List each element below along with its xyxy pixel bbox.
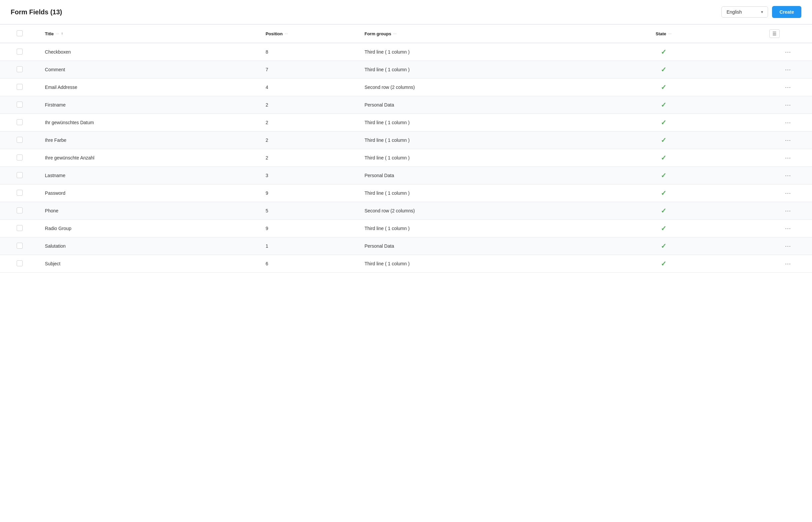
row-position: 1 (260, 237, 359, 255)
row-state: ✓ (603, 96, 725, 114)
table-row: Phone5Second row (2 columns)✓··· (0, 202, 812, 220)
state-checkmark: ✓ (661, 119, 667, 126)
row-checkbox-cell (0, 79, 40, 96)
position-col-dots[interactable]: ··· (285, 31, 288, 36)
row-checkbox[interactable] (17, 66, 23, 72)
row-checkbox[interactable] (17, 102, 23, 107)
row-state: ✓ (603, 237, 725, 255)
table-row: Password9Third line ( 1 column )✓··· (0, 184, 812, 202)
row-checkbox[interactable] (17, 84, 23, 90)
header-state-col: State ··· (603, 25, 725, 43)
row-checkbox[interactable] (17, 243, 23, 249)
table-row: Ihr gewünschtes Datum2Third line ( 1 col… (0, 114, 812, 132)
row-checkbox-cell (0, 184, 40, 202)
row-checkbox[interactable] (17, 260, 23, 266)
row-empty-cell (725, 132, 764, 149)
row-formgroups: Third line ( 1 column ) (359, 220, 602, 237)
row-position: 7 (260, 61, 359, 79)
row-empty-cell (725, 79, 764, 96)
row-checkbox[interactable] (17, 190, 23, 196)
row-state: ✓ (603, 255, 725, 273)
row-title: Ihr gewünschtes Datum (40, 114, 260, 132)
header-formgroups-col: Form groups ··· (359, 25, 602, 43)
row-checkbox[interactable] (17, 48, 23, 55)
state-col-label: State (655, 31, 666, 36)
row-formgroups: Third line ( 1 column ) (359, 184, 602, 202)
row-actions-menu[interactable]: ··· (785, 243, 791, 249)
row-state: ✓ (603, 79, 725, 96)
row-formgroups: Third line ( 1 column ) (359, 43, 602, 61)
table-row: Radio Group9Third line ( 1 column )✓··· (0, 220, 812, 237)
row-actions-menu[interactable]: ··· (785, 66, 791, 73)
row-state: ✓ (603, 132, 725, 149)
row-checkbox[interactable] (17, 119, 23, 125)
row-actions-menu[interactable]: ··· (785, 155, 791, 161)
row-title: Subject (40, 255, 260, 273)
header-title-col: Title ··· ↑ (40, 25, 260, 43)
state-checkmark: ✓ (661, 101, 667, 108)
row-actions-menu[interactable]: ··· (785, 119, 791, 126)
table-row: Ihre gewünschte Anzahl2Third line ( 1 co… (0, 149, 812, 167)
row-actions-cell: ··· (764, 79, 812, 96)
row-actions-menu[interactable]: ··· (785, 48, 791, 55)
row-actions-cell: ··· (764, 149, 812, 167)
header-checkbox-cell (0, 25, 40, 43)
state-checkmark: ✓ (661, 172, 667, 179)
row-actions-menu[interactable]: ··· (785, 137, 791, 143)
title-col-dots[interactable]: ··· (56, 31, 59, 36)
row-actions-cell: ··· (764, 43, 812, 61)
table-header-row: Title ··· ↑ Position ··· Form groups ··· (0, 25, 812, 43)
row-checkbox[interactable] (17, 207, 23, 214)
create-button[interactable]: Create (772, 6, 801, 18)
row-checkbox[interactable] (17, 225, 23, 231)
row-actions-menu[interactable]: ··· (785, 172, 791, 179)
row-checkbox-cell (0, 202, 40, 220)
row-formgroups: Personal Data (359, 237, 602, 255)
state-col-dots[interactable]: ··· (668, 31, 671, 36)
row-empty-cell (725, 167, 764, 184)
row-position: 5 (260, 202, 359, 220)
row-state: ✓ (603, 220, 725, 237)
row-position: 2 (260, 96, 359, 114)
row-formgroups: Personal Data (359, 96, 602, 114)
row-actions-cell: ··· (764, 61, 812, 79)
row-actions-menu[interactable]: ··· (785, 260, 791, 267)
row-actions-menu[interactable]: ··· (785, 102, 791, 108)
formgroups-col-dots[interactable]: ··· (393, 31, 397, 36)
row-checkbox-cell (0, 61, 40, 79)
row-checkbox-cell (0, 237, 40, 255)
row-state: ✓ (603, 43, 725, 61)
row-title: Salutation (40, 237, 260, 255)
row-actions-menu[interactable]: ··· (785, 225, 791, 232)
state-checkmark: ✓ (661, 66, 667, 73)
select-all-checkbox[interactable] (17, 30, 23, 36)
column-settings-button[interactable]: ☰ (769, 29, 780, 38)
row-state: ✓ (603, 184, 725, 202)
row-empty-cell (725, 43, 764, 61)
row-empty-cell (725, 202, 764, 220)
row-empty-cell (725, 220, 764, 237)
row-checkbox[interactable] (17, 137, 23, 143)
language-dropdown[interactable]: English ▾ (721, 6, 768, 18)
row-actions-menu[interactable]: ··· (785, 84, 791, 91)
formgroups-col-label: Form groups (364, 31, 391, 36)
row-actions-cell: ··· (764, 96, 812, 114)
row-checkbox-cell (0, 167, 40, 184)
state-checkmark: ✓ (661, 260, 667, 267)
title-sort-icon[interactable]: ↑ (61, 31, 63, 36)
row-checkbox[interactable] (17, 172, 23, 178)
title-col-label: Title (45, 31, 54, 36)
state-checkmark: ✓ (661, 242, 667, 250)
row-checkbox[interactable] (17, 155, 23, 160)
state-checkmark: ✓ (661, 154, 667, 161)
row-title: Checkboxen (40, 43, 260, 61)
row-actions-cell: ··· (764, 132, 812, 149)
row-checkbox-cell (0, 255, 40, 273)
row-checkbox-cell (0, 149, 40, 167)
row-position: 4 (260, 79, 359, 96)
row-actions-menu[interactable]: ··· (785, 190, 791, 196)
row-actions-menu[interactable]: ··· (785, 207, 791, 214)
row-checkbox-cell (0, 43, 40, 61)
state-checkmark: ✓ (661, 84, 667, 91)
row-actions-cell: ··· (764, 114, 812, 132)
